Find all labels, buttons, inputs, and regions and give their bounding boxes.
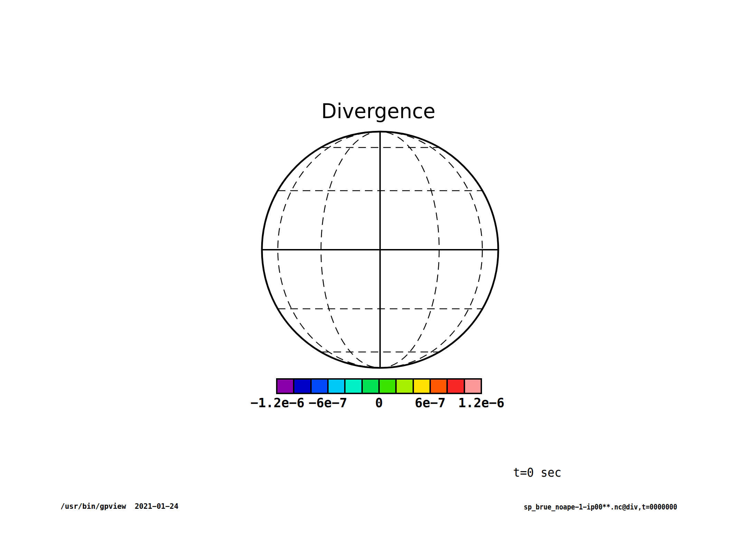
colorbar-tick-label: 1.2e−6 bbox=[458, 397, 504, 409]
colorbar-tick-label: −1.2e−6 bbox=[251, 397, 304, 409]
colorbar-cell bbox=[413, 379, 430, 393]
colorbar-cell bbox=[311, 379, 328, 393]
colorbar-cell bbox=[277, 379, 294, 393]
colorbar-cell bbox=[464, 379, 481, 393]
footer-command-text: /usr/bin/gpview 2021−01−24 bbox=[60, 502, 178, 511]
colorbar-cell bbox=[294, 379, 311, 393]
footer-dataset-text: sp_brue_noape−1−ip00**.nc@div,t=0000000 bbox=[524, 503, 677, 511]
colorbar-cell bbox=[447, 379, 464, 393]
colorbar-cell bbox=[362, 379, 379, 393]
colorbar bbox=[276, 378, 482, 394]
colorbar-cell bbox=[328, 379, 345, 393]
colorbar-cell bbox=[430, 379, 447, 393]
colorbar-tick-label: 6e−7 bbox=[415, 397, 445, 409]
time-label: t=0 sec bbox=[513, 466, 561, 479]
globe-svg bbox=[0, 0, 756, 534]
colorbar-tick-label: 0 bbox=[375, 397, 383, 409]
colorbar-cell bbox=[379, 379, 396, 393]
plot-page: Divergence −1.2e−6 −6e−7 0 6e−7 1.2e−6 t… bbox=[0, 0, 756, 534]
colorbar-cell bbox=[345, 379, 362, 393]
colorbar-cell bbox=[396, 379, 413, 393]
colorbar-tick-label: −6e−7 bbox=[309, 397, 347, 409]
